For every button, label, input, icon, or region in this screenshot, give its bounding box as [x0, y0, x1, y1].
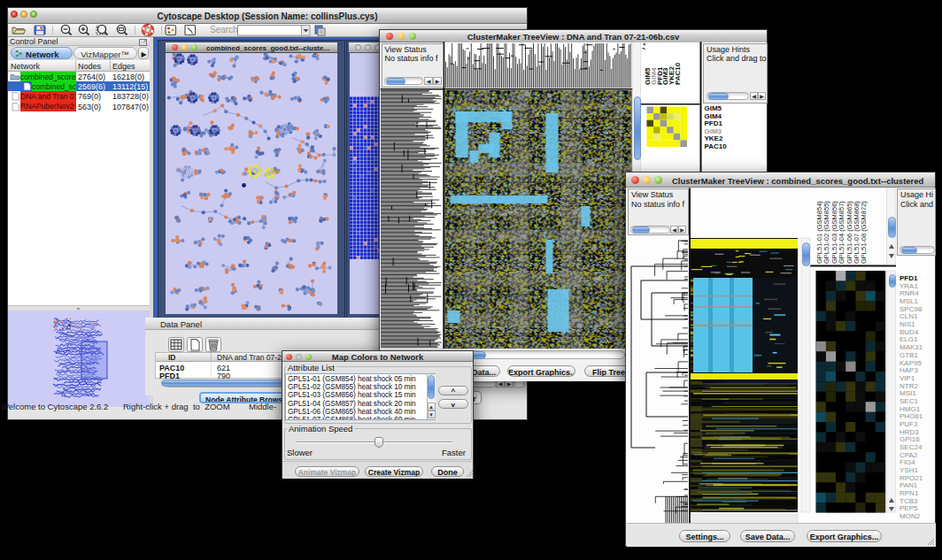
svg-text:NTR2: NTR2 [900, 382, 918, 390]
svg-text:TCB3: TCB3 [900, 497, 918, 505]
svg-text:PAC10: PAC10 [705, 142, 728, 150]
svg-text:RPO21: RPO21 [900, 474, 923, 482]
svg-text:FIG4: FIG4 [900, 458, 915, 466]
svg-text:NIS1: NIS1 [900, 320, 915, 328]
svg-text:MSI1: MSI1 [900, 389, 916, 397]
svg-text:GTB1: GTB1 [900, 351, 918, 359]
svg-text:KAP95: KAP95 [900, 359, 922, 367]
svg-text:PHO81: PHO81 [900, 412, 923, 420]
svg-text:YSH1: YSH1 [900, 466, 918, 474]
svg-text:RPN1: RPN1 [900, 489, 919, 497]
svg-text:GPI16: GPI16 [900, 435, 920, 443]
svg-text:CPA2: CPA2 [900, 451, 918, 459]
svg-text:CLN1: CLN1 [900, 312, 918, 320]
svg-text:HRD3: HRD3 [900, 428, 919, 436]
svg-text:PUF3: PUF3 [900, 420, 918, 428]
svg-text:PAC10: PAC10 [674, 62, 682, 85]
svg-text:SEC1: SEC1 [900, 397, 918, 405]
svg-text:ELG1: ELG1 [900, 335, 918, 343]
svg-text:GPL51-08 (GSM872): GPL51-08 (GSM872) [860, 201, 868, 264]
svg-text:VIP1: VIP1 [900, 374, 915, 382]
svg-text:PFD1: PFD1 [900, 274, 918, 282]
svg-text:Search:: Search: [210, 25, 240, 35]
svg-text:MAK31: MAK31 [900, 343, 923, 351]
svg-text:MON2: MON2 [900, 512, 921, 520]
svg-text:SPC98: SPC98 [900, 305, 923, 313]
svg-text:YRA1: YRA1 [900, 282, 918, 290]
svg-text:MSL1: MSL1 [900, 297, 918, 305]
svg-text:PEP5: PEP5 [900, 504, 918, 512]
